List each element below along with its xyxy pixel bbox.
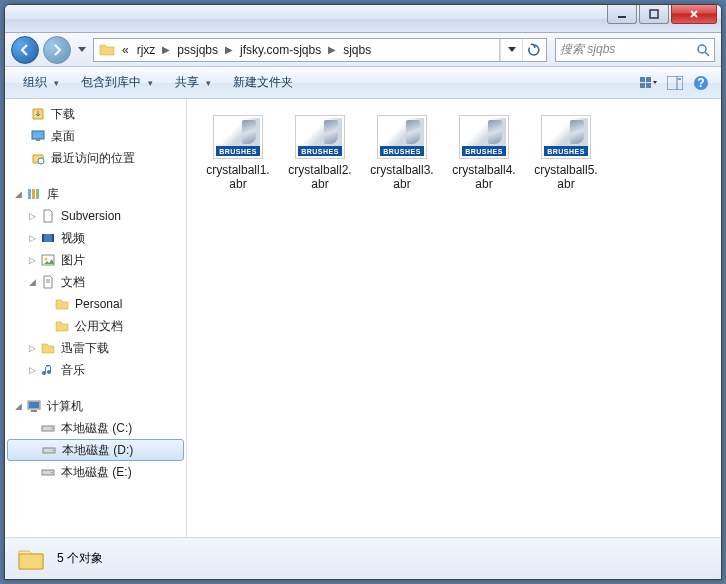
close-button[interactable] — [671, 4, 717, 24]
sidebar-xunlei[interactable]: ▷迅雷下载 — [5, 337, 186, 359]
breadcrumb-item[interactable]: pssjqbs — [173, 39, 222, 61]
file-name: crystalball2.abr — [285, 163, 355, 192]
organize-menu[interactable]: 组织 — [13, 70, 69, 95]
svg-line-3 — [705, 52, 709, 56]
sidebar-libraries[interactable]: ◢库 — [5, 183, 186, 205]
toolbar: 组织 包含到库中 共享 新建文件夹 ? — [5, 67, 721, 99]
svg-point-34 — [51, 472, 53, 474]
breadcrumb-item[interactable]: jfsky.com-sjqbs — [236, 39, 325, 61]
chevron-right-icon[interactable]: ▶ — [159, 44, 173, 55]
sidebar-music[interactable]: ▷音乐 — [5, 359, 186, 381]
svg-rect-0 — [618, 16, 626, 18]
sidebar-personal[interactable]: Personal — [5, 293, 186, 315]
file-thumbnail: BRUSHES — [377, 115, 427, 159]
sidebar-downloads[interactable]: 下载 — [5, 103, 186, 125]
video-icon — [39, 229, 57, 247]
svg-point-23 — [45, 258, 48, 261]
chevron-right-icon[interactable]: ▶ — [325, 44, 339, 55]
refresh-button[interactable] — [522, 39, 544, 61]
svg-point-2 — [698, 45, 706, 53]
share-menu[interactable]: 共享 — [165, 70, 221, 95]
sidebar-drive-d[interactable]: 本地磁盘 (D:) — [7, 439, 184, 461]
expand-icon[interactable]: ▷ — [25, 363, 39, 377]
sidebar-desktop[interactable]: 桌面 — [5, 125, 186, 147]
include-library-menu[interactable]: 包含到库中 — [71, 70, 163, 95]
expand-icon[interactable]: ▷ — [25, 209, 39, 223]
document-icon — [39, 207, 57, 225]
recent-icon — [29, 149, 47, 167]
address-bar[interactable]: « rjxz▶ pssjqbs▶ jfsky.com-sjqbs▶ sjqbs — [93, 38, 547, 62]
downloads-icon — [29, 105, 47, 123]
drive-icon — [39, 419, 57, 437]
breadcrumb-item[interactable]: sjqbs — [339, 39, 375, 61]
forward-button[interactable] — [43, 36, 71, 64]
computer-icon — [25, 397, 43, 415]
nav-bar: « rjxz▶ pssjqbs▶ jfsky.com-sjqbs▶ sjqbs … — [5, 33, 721, 67]
desktop-icon — [29, 127, 47, 145]
back-button[interactable] — [11, 36, 39, 64]
expand-icon[interactable]: ▷ — [25, 341, 39, 355]
file-name: crystalball4.abr — [449, 163, 519, 192]
expand-icon[interactable]: ▷ — [25, 231, 39, 245]
titlebar[interactable] — [5, 5, 721, 33]
folder-icon — [53, 295, 71, 313]
file-list[interactable]: BRUSHEScrystalball1.abr BRUSHEScrystalba… — [187, 99, 721, 537]
view-options-button[interactable] — [637, 71, 661, 95]
svg-rect-14 — [36, 139, 40, 141]
collapse-icon[interactable]: ◢ — [11, 187, 25, 201]
sidebar-videos[interactable]: ▷视频 — [5, 227, 186, 249]
breadcrumb-item[interactable]: rjxz — [133, 39, 160, 61]
new-folder-button[interactable]: 新建文件夹 — [223, 70, 303, 95]
search-placeholder: 搜索 sjqbs — [560, 41, 615, 58]
collapse-icon[interactable]: ◢ — [25, 275, 39, 289]
sidebar-computer[interactable]: ◢计算机 — [5, 395, 186, 417]
svg-rect-16 — [28, 189, 31, 199]
chevron-right-icon[interactable]: ▶ — [222, 44, 236, 55]
svg-rect-27 — [29, 402, 39, 408]
file-item[interactable]: BRUSHEScrystalball3.abr — [363, 111, 441, 196]
address-dropdown-button[interactable] — [500, 39, 522, 61]
nav-history-dropdown[interactable] — [75, 47, 89, 53]
explorer-window: « rjxz▶ pssjqbs▶ jfsky.com-sjqbs▶ sjqbs … — [4, 4, 722, 580]
drive-icon — [40, 441, 58, 459]
svg-rect-20 — [42, 234, 44, 242]
file-item[interactable]: BRUSHEScrystalball4.abr — [445, 111, 523, 196]
sidebar-subversion[interactable]: ▷Subversion — [5, 205, 186, 227]
svg-point-32 — [52, 450, 54, 452]
sidebar-recent[interactable]: 最近访问的位置 — [5, 147, 186, 169]
breadcrumb-overflow[interactable]: « — [118, 39, 133, 61]
file-thumbnail: BRUSHES — [295, 115, 345, 159]
expand-icon[interactable]: ▷ — [25, 253, 39, 267]
navigation-pane: 下载 桌面 最近访问的位置 ◢库 ▷Subversion ▷视频 ▷图片 ◢文档… — [5, 99, 187, 537]
collapse-icon[interactable]: ◢ — [11, 399, 25, 413]
svg-rect-7 — [646, 83, 651, 88]
svg-rect-5 — [646, 77, 651, 82]
status-bar: 5 个对象 — [5, 537, 721, 579]
sidebar-drive-c[interactable]: 本地磁盘 (C:) — [5, 417, 186, 439]
folder-icon — [15, 543, 47, 575]
music-icon — [39, 361, 57, 379]
svg-rect-21 — [52, 234, 54, 242]
file-item[interactable]: BRUSHEScrystalball5.abr — [527, 111, 605, 196]
sidebar-documents[interactable]: ◢文档 — [5, 271, 186, 293]
svg-rect-4 — [640, 77, 645, 82]
folder-icon — [53, 317, 71, 335]
document-icon — [39, 273, 57, 291]
sidebar-drive-e[interactable]: 本地磁盘 (E:) — [5, 461, 186, 483]
preview-pane-button[interactable] — [663, 71, 687, 95]
help-button[interactable]: ? — [689, 71, 713, 95]
svg-rect-17 — [32, 189, 35, 199]
svg-rect-1 — [650, 10, 658, 18]
file-thumbnail: BRUSHES — [459, 115, 509, 159]
search-input[interactable]: 搜索 sjqbs — [555, 38, 715, 62]
file-item[interactable]: BRUSHEScrystalball2.abr — [281, 111, 359, 196]
sidebar-pictures[interactable]: ▷图片 — [5, 249, 186, 271]
maximize-button[interactable] — [639, 4, 669, 24]
svg-text:?: ? — [697, 76, 704, 90]
minimize-button[interactable] — [607, 4, 637, 24]
file-item[interactable]: BRUSHEScrystalball1.abr — [199, 111, 277, 196]
file-name: crystalball3.abr — [367, 163, 437, 192]
sidebar-public-docs[interactable]: 公用文档 — [5, 315, 186, 337]
file-name: crystalball1.abr — [203, 163, 273, 192]
libraries-icon — [25, 185, 43, 203]
